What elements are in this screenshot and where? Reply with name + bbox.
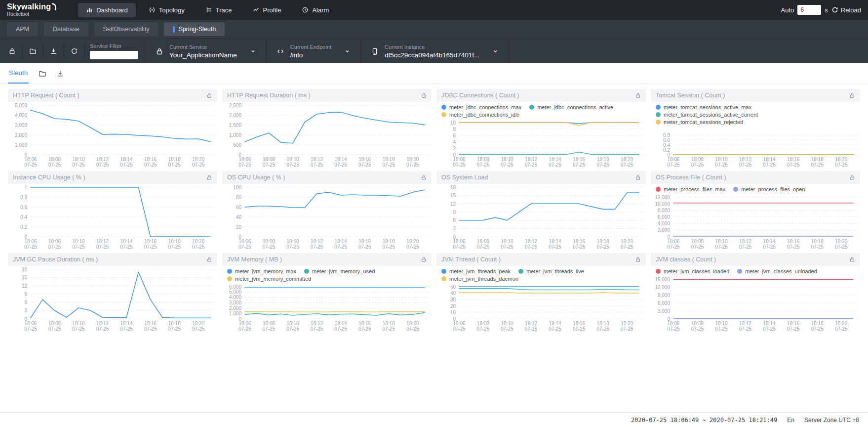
chart-lock-button[interactable] xyxy=(206,92,212,98)
chart-card-tomcat-session-count: Tomcat Session ( Count )meter_tomcat_ses… xyxy=(651,89,860,168)
chart-lock-button[interactable] xyxy=(635,174,641,180)
chart-title: JDBC Connections ( Count ) xyxy=(441,92,519,99)
x-axis-time-label: 18:14 xyxy=(549,321,561,326)
legend-item-meter-jvm-classes-unloaded[interactable]: meter_jvm_classes_unloaded xyxy=(737,268,817,274)
chart-plot[interactable]: 02040608010018:0607-2518:0807-2518:1007-… xyxy=(222,184,432,250)
x-axis-time-label: 18:12 xyxy=(525,157,537,162)
auto-interval-input[interactable] xyxy=(797,5,821,15)
toolbar-icon-buttons xyxy=(0,39,85,63)
chart-plot[interactable]: 02,0004,0006,0008,00010,00012,00018:0607… xyxy=(651,194,860,250)
x-axis-date-label: 07-25 xyxy=(72,244,85,250)
legend-item-meter-jvm-classes-loaded[interactable]: meter_jvm_classes_loaded xyxy=(656,268,729,274)
service-filter-input[interactable] xyxy=(90,51,138,59)
chart-lock-button[interactable] xyxy=(849,174,855,180)
y-axis-tick-label: 100 xyxy=(233,185,241,190)
selector-group: Current ServiceYour_ApplicationNameCurre… xyxy=(146,39,509,63)
chart-card-http-request-duration-ms: HTTP Request Duration ( ms )05001,0001,5… xyxy=(222,89,432,168)
chart-lock-button[interactable] xyxy=(421,256,427,262)
y-axis-tick-label: 15,000 xyxy=(655,277,670,282)
tab-sleuth[interactable]: Sleuth xyxy=(8,63,29,84)
y-axis-tick-label: 0.6 xyxy=(20,205,27,210)
chart-plot[interactable]: 0102030405018:0607-2518:0807-2518:1007-2… xyxy=(436,283,646,332)
lock-button[interactable] xyxy=(2,45,23,57)
chart-plot[interactable]: 00.20.40.60.8118:0607-2518:0807-2518:100… xyxy=(8,184,217,250)
legend-item-meter-jvm-memory-committed[interactable]: meter_jvm_memory_committed xyxy=(227,276,311,282)
legend-item-meter-jvm-memory-used[interactable]: meter_jvm_memory_used xyxy=(304,268,375,274)
group-tab-apm[interactable]: APM xyxy=(7,22,38,36)
server-zone[interactable]: Server Zone UTC +8 xyxy=(804,417,859,424)
legend-item-meter-tomcat-sessions-active-current[interactable]: meter_tomcat_sessions_active_current xyxy=(656,112,758,118)
nav-trace[interactable]: Trace xyxy=(197,3,240,17)
export-button[interactable] xyxy=(43,45,64,57)
y-axis-tick-label: 9 xyxy=(24,292,27,297)
y-axis-tick-label: 15 xyxy=(22,275,28,280)
chart-lock-button[interactable] xyxy=(849,92,855,98)
refresh-button[interactable] xyxy=(64,45,85,57)
x-axis-date-label: 07-25 xyxy=(311,162,323,168)
language-selector[interactable]: En xyxy=(787,417,794,424)
group-tab-database[interactable]: Database xyxy=(44,22,88,36)
time-range[interactable]: 2020-07-25 18:06:49 ~ 2020-07-25 18:21:4… xyxy=(631,417,777,424)
chart-lock-button[interactable] xyxy=(206,174,212,180)
folder-button[interactable] xyxy=(23,45,43,57)
chart-title: Tomcat Session ( Count ) xyxy=(656,92,725,99)
legend-item-meter-jdbc-connections-active[interactable]: meter_jdbc_connections_active xyxy=(529,104,613,110)
chart-plot[interactable]: 024681018:0607-2518:0807-2518:1007-2518:… xyxy=(436,119,646,168)
chart-lock-button[interactable] xyxy=(635,92,641,98)
legend-dot-icon xyxy=(227,276,232,281)
legend-item-meter-tomcat-sessions-active-max[interactable]: meter_tomcat_sessions_active_max xyxy=(656,104,751,110)
service-filter: Service Filter xyxy=(85,39,146,63)
x-axis-date-label: 07-25 xyxy=(667,326,680,332)
legend-item-meter-process-files-open[interactable]: meter_process_files_open xyxy=(733,186,805,192)
tab-folder-button[interactable] xyxy=(39,70,46,78)
chart-plot[interactable]: 01,0002,0003,0004,0005,0006,00018:0607-2… xyxy=(222,283,432,332)
selector-current-endpoint[interactable]: Current Endpoint/info xyxy=(267,39,361,63)
chart-plot[interactable]: 03,0006,0009,00012,00015,00018:0607-2518… xyxy=(651,276,860,332)
legend-item-meter-jvm-threads-daemon[interactable]: meter_jvm_threads_daemon xyxy=(441,276,518,282)
x-axis-time-label: 18:18 xyxy=(597,157,609,162)
topology-icon xyxy=(149,6,156,13)
legend-item-meter-jvm-threads-peak[interactable]: meter_jvm_threads_peak xyxy=(441,268,511,274)
chart-plot[interactable]: 01,0002,0003,0004,0005,00018:0607-2518:0… xyxy=(8,102,217,168)
x-axis-time-label: 18:08 xyxy=(477,157,489,162)
x-axis-date-label: 07-25 xyxy=(715,162,728,168)
chart-lock-button[interactable] xyxy=(421,92,427,98)
legend-item-meter-tomcat-sessions-rejected[interactable]: meter_tomcat_sessions_rejected xyxy=(656,119,743,125)
legend-item-meter-jvm-memory-max[interactable]: meter_jvm_memory_max xyxy=(227,268,296,274)
selector-current-instance[interactable]: Current Instancedf5cc29cca094af4b165d740… xyxy=(361,39,509,63)
chart-plot[interactable]: 00.20.40.60.818:0607-2518:0807-2518:1007… xyxy=(651,127,860,168)
chart-lock-button[interactable] xyxy=(421,174,427,180)
legend-item-meter-process-files-max[interactable]: meter_process_files_max xyxy=(656,186,725,192)
x-axis-time-label: 18:12 xyxy=(739,157,751,162)
legend-label: meter_jvm_threads_peak xyxy=(449,268,511,274)
chart-plot[interactable]: 036912151818:0607-2518:0807-2518:1007-25… xyxy=(436,184,646,250)
chart-lock-button[interactable] xyxy=(635,256,641,262)
legend-item-meter-jdbc-connections-idle[interactable]: meter_jdbc_connections_idle xyxy=(441,112,519,118)
chart-lock-button[interactable] xyxy=(206,256,212,262)
nav-profile[interactable]: Profile xyxy=(245,3,289,17)
nav-dashboard[interactable]: Dashboard xyxy=(78,3,136,17)
legend-item-meter-jvm-threads-live[interactable]: meter_jvm_threads_live xyxy=(518,268,584,274)
logo[interactable]: Skywalking Rocketbot xyxy=(7,3,57,17)
chart-plot[interactable]: 036912151818:0607-2518:0807-2518:1007-25… xyxy=(8,266,217,332)
x-axis-date-label: 07-25 xyxy=(96,244,109,250)
group-tab-spring-sleuth[interactable]: Spring-Sleuth xyxy=(164,22,225,36)
tab-export-button[interactable] xyxy=(56,70,64,78)
chart-lock-button[interactable] xyxy=(849,256,855,262)
x-axis-date-label: 07-25 xyxy=(573,326,586,332)
auto-unit-label: s xyxy=(825,6,828,14)
nav-alarm[interactable]: Alarm xyxy=(294,3,337,17)
group-tab-selfobservability[interactable]: SelfObservability xyxy=(94,22,158,36)
y-axis-tick-label: 6,000 xyxy=(229,284,241,290)
x-axis-date-label: 07-25 xyxy=(501,326,513,332)
legend-item-meter-jdbc-connections-max[interactable]: meter_jdbc_connections_max xyxy=(441,104,521,110)
chart-plot[interactable]: 05001,0001,5002,0002,50018:0607-2518:080… xyxy=(222,102,432,168)
y-axis-tick-label: 9,000 xyxy=(658,293,670,298)
x-axis-date-label: 07-25 xyxy=(691,326,704,332)
x-axis-date-label: 07-25 xyxy=(48,162,61,168)
chart-card-os-system-load: OS System Load036912151818:0607-2518:080… xyxy=(436,171,646,250)
nav-topology[interactable]: Topology xyxy=(141,3,193,17)
reload-button[interactable]: Reload xyxy=(831,6,861,14)
chart-card-header: JVM Thread ( Count ) xyxy=(436,253,646,266)
selector-current-service[interactable]: Current ServiceYour_ApplicationName xyxy=(146,39,267,63)
